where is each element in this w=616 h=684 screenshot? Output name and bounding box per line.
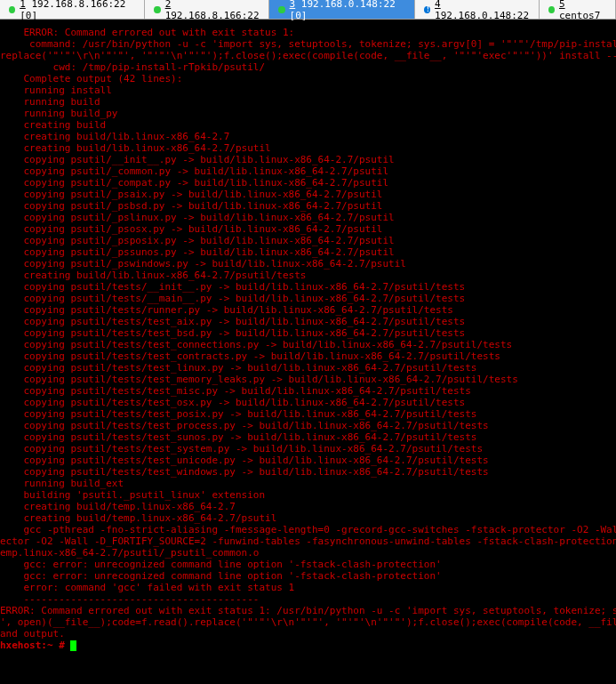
terminal-line: creating build/temp.linux-x86_64-2.7/psu… (0, 512, 616, 524)
terminal-line: copying psutil/__init__.py -> build/lib.… (0, 154, 616, 165)
terminal-line: building 'psutil._psutil_linux' extensio… (0, 489, 616, 501)
terminal-line: copying psutil/tests/test_aix.py -> buil… (0, 316, 616, 327)
terminal-line: gcc: error: unrecognized command line op… (0, 559, 616, 570)
terminal-line: ERROR: Command errored out with exit sta… (0, 27, 616, 38)
status-dot-icon (154, 6, 160, 13)
terminal-line: copying psutil/tests/runner.py -> build/… (0, 304, 616, 316)
terminal-line: creating build/lib.linux-x86_64-2.7/psut… (0, 270, 616, 281)
tab-5[interactable]: 5 centos7 (540, 0, 616, 19)
terminal-line: creating build/temp.linux-x86_64-2.7 (0, 501, 616, 512)
terminal-line: copying psutil/tests/test_bsd.py -> buil… (0, 327, 616, 339)
status-dot-icon (278, 6, 284, 13)
prompt-text: hxehost:~ # (0, 640, 65, 651)
tab-label: centos7 (559, 10, 600, 21)
terminal-line: copying psutil/tests/test_unicode.py -> … (0, 455, 616, 466)
terminal-line: copying psutil/_common.py -> build/lib.l… (0, 165, 616, 177)
terminal-line: copying psutil/tests/test_posix.py -> bu… (0, 408, 616, 420)
terminal-line: running build_py (0, 108, 616, 119)
tab-1[interactable]: 1 192.168.8.166:22 [0] (0, 0, 145, 19)
terminal-line: gcc: error: unrecognized command line op… (0, 570, 616, 582)
terminal-output[interactable]: ERROR: Command errored out with exit sta… (0, 20, 616, 651)
terminal-line: running install (0, 84, 616, 96)
terminal-line: copying psutil/_psposix.py -> build/lib.… (0, 235, 616, 246)
terminal-line: running build (0, 96, 616, 108)
terminal-line: copying psutil/tests/test_system.py -> b… (0, 443, 616, 455)
terminal-line: creating build (0, 119, 616, 131)
terminal-line: ---------------------------------------- (0, 593, 616, 605)
tab-index: 3 (290, 0, 296, 10)
terminal-line: ERROR: Command errored out with exit sta… (0, 605, 616, 616)
status-alert-icon (424, 6, 430, 13)
tab-index: 4 (435, 0, 441, 10)
terminal-line: copying psutil/tests/test_linux.py -> bu… (0, 362, 616, 374)
terminal-line: copying psutil/tests/__main__.py -> buil… (0, 293, 616, 304)
cursor-icon (70, 640, 76, 651)
terminal-line: replace('"'"'\r\n'"'"', '"'"'\n'"'"');f.… (0, 50, 616, 61)
terminal-line: ', open)(__file__);code=f.read().replace… (0, 616, 616, 628)
terminal-line: copying psutil/tests/test_connections.py… (0, 339, 616, 350)
terminal-line: copying psutil/_compat.py -> build/lib.l… (0, 177, 616, 189)
terminal-line: copying psutil/tests/test_osx.py -> buil… (0, 397, 616, 408)
terminal-line: copying psutil/_pswindows.py -> build/li… (0, 258, 616, 270)
terminal-line: ector -O2 -Wall -D_FORTIFY_SOURCE=2 -fun… (0, 535, 616, 547)
terminal-line: emp.linux-x86_64-2.7/psutil/_psutil_comm… (0, 547, 616, 559)
tab-4[interactable]: 4 192.168.0.148:22 (415, 0, 540, 19)
tab-label: 192.168.0.148:22 [0] (290, 0, 396, 21)
tab-index: 5 (559, 0, 565, 10)
terminal-line: copying psutil/_pssunos.py -> build/lib.… (0, 246, 616, 258)
tab-index: 2 (165, 0, 172, 10)
tab-index: 1 (20, 0, 26, 10)
status-dot-icon (548, 6, 555, 13)
terminal-line: copying psutil/tests/__init__.py -> buil… (0, 281, 616, 293)
terminal-line: creating build/lib.linux-x86_64-2.7/psut… (0, 142, 616, 154)
terminal-line: copying psutil/_pslinux.py -> build/lib.… (0, 212, 616, 223)
terminal-line: command: /usr/bin/python -u -c 'import s… (0, 38, 616, 50)
tab-3[interactable]: 3 192.168.0.148:22 [0] (269, 0, 414, 19)
terminal-line: copying psutil/_psaix.py -> build/lib.li… (0, 189, 616, 200)
terminal-line: cwd: /tmp/pip-install-rTpkib/psutil/ (0, 61, 616, 73)
terminal-line: error: command 'gcc' failed with exit st… (0, 582, 616, 593)
terminal-line: copying psutil/_psosx.py -> build/lib.li… (0, 223, 616, 235)
terminal-line: copying psutil/tests/test_sunos.py -> bu… (0, 431, 616, 443)
terminal-line: creating build/lib.linux-x86_64-2.7 (0, 131, 616, 142)
terminal-line: copying psutil/tests/test_windows.py -> … (0, 466, 616, 478)
terminal-line: copying psutil/tests/test_process.py -> … (0, 420, 616, 431)
terminal-line: and output. (0, 628, 616, 640)
tab-label: 192.168.0.148:22 (435, 10, 529, 21)
tab-label: 192.168.8.166:22 [0] (20, 0, 125, 21)
terminal-line: copying psutil/tests/test_memory_leaks.p… (0, 374, 616, 385)
terminal-line: running build_ext (0, 478, 616, 489)
terminal-line: copying psutil/tests/test_misc.py -> bui… (0, 385, 616, 397)
tab-2[interactable]: 2 192.168.8.166:22 (145, 0, 269, 19)
tab-bar: 1 192.168.8.166:22 [0] 2 192.168.8.166:2… (0, 0, 616, 20)
terminal-prompt[interactable]: hxehost:~ # (0, 640, 616, 651)
terminal-line: copying psutil/tests/test_contracts.py -… (0, 350, 616, 362)
terminal-line: gcc -pthread -fno-strict-aliasing -fmess… (0, 524, 616, 535)
terminal-line: Complete output (42 lines): (0, 73, 616, 84)
terminal-line: copying psutil/_psbsd.py -> build/lib.li… (0, 200, 616, 212)
tab-label: 192.168.8.166:22 (165, 10, 260, 21)
status-dot-icon (9, 6, 15, 13)
